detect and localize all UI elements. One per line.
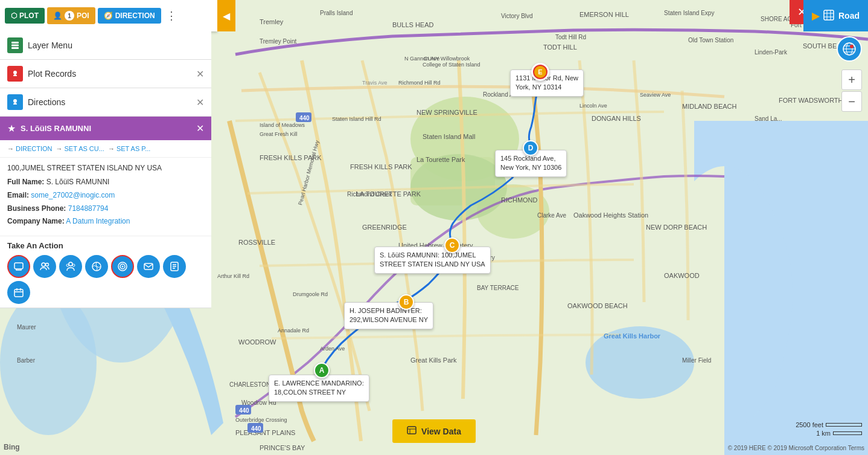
plot-records-header[interactable]: Plot Records ✕ [0,60,211,88]
svg-text:MIDLAND BEACH: MIDLAND BEACH [682,103,737,110]
svg-text:Clarke Ave: Clarke Ave [537,212,567,219]
svg-point-84 [42,263,45,266]
tooltip-a: E. LAWRENCE MANDARINO:18,COLON STREET NY [269,375,369,402]
svg-text:FRESH KILLS PARK: FRESH KILLS PARK [350,163,412,170]
zoom-controls: + − [841,69,862,112]
svg-text:WOODROW: WOODROW [238,338,276,346]
view-data-label: View Data [421,427,461,436]
more-options-button[interactable]: ⋮ [164,7,179,25]
bing-logo: Bing [4,443,20,451]
directions-close-button[interactable]: ✕ [196,97,204,108]
contact-name-header: S. LõülS RAMUNNI [21,124,191,133]
set-as-p-label: SET AS P... [116,145,150,152]
pin-d[interactable]: D [523,140,538,156]
zoom-out-button[interactable]: − [841,91,862,112]
phone-label: Business Phone: [7,204,66,213]
pin-c[interactable]: C [444,237,460,253]
company-label: Company Name: [7,217,65,225]
pin-a[interactable]: A [314,363,330,378]
action-people-button[interactable] [33,255,56,278]
globe-button[interactable] [837,36,862,62]
contact-phone-field: Business Phone: 7184887794 [7,204,204,214]
pin-c-label: C [444,237,460,253]
email-link[interactable]: some_27002@inogic.com [31,191,115,199]
plot-records-icon [7,66,23,82]
layer-menu-header[interactable]: Layer Menu [0,31,211,59]
layer-menu-icon [7,37,23,53]
poi-icon: 👤 [53,11,62,20]
phone-link[interactable]: 7184887794 [68,204,109,213]
action-calendar-button[interactable] [7,281,30,304]
set-as-cu-arrow: → [56,145,63,152]
road-button[interactable]: ▶ Road [803,0,868,31]
svg-text:Tremley: Tremley [260,18,284,25]
svg-text:Outerbridge Crossing: Outerbridge Crossing [235,417,287,423]
contact-body: 100,JUMEL STREET STATEN ISLAND NY USA Fu… [0,158,211,236]
svg-point-2 [0,290,97,435]
pin-b[interactable]: B [398,294,414,310]
direction-action-link[interactable]: → DIRECTION [7,145,53,152]
contact-close-button[interactable]: ✕ [196,123,204,134]
tooltip-b: H. JOSEPH BADINTER:292,WILSON AVENUE NY [344,302,433,329]
plot-button[interactable]: ⬡ PLOT [5,8,45,24]
sidebar: Layer Menu Plot Records ✕ Directions ✕ ★… [0,31,211,308]
action-notes-button[interactable] [163,255,186,278]
directions-icon [7,94,23,110]
collapse-sidebar-button[interactable]: ◀ [217,0,235,31]
pin-a-label: A [314,363,330,378]
poi-count: 1 [65,11,74,21]
fullname-value: S. LõülS RAMUNNI [46,178,110,186]
svg-text:Annadale Rd: Annadale Rd [278,328,309,334]
action-cluster-button[interactable] [85,255,108,278]
direction-action-arrow: → [7,145,14,152]
svg-text:Linden-Park: Linden-Park [755,49,788,56]
contact-header: ★ S. LõülS RAMUNNI ✕ [0,117,211,140]
pin-b-label: B [398,294,414,310]
svg-text:Oakwood Heights Station: Oakwood Heights Station [573,211,648,219]
zoom-in-button[interactable]: + [841,69,862,90]
contact-company-field: Company Name: A Datum Integration [7,216,204,227]
svg-point-86 [69,262,72,266]
svg-text:RICHMOND: RICHMOND [501,196,538,204]
svg-text:CUNY Willowbrook: CUNY Willowbrook [424,56,470,62]
action-team-button[interactable] [59,255,82,278]
svg-text:Great Fresh Kill: Great Fresh Kill [260,131,298,137]
svg-point-85 [46,263,49,266]
svg-text:Sand La...: Sand La... [755,115,782,122]
tooltip-c: S. LõülS RAMUNNI: 100,JUMELSTREET STATEN… [374,247,491,274]
poi-button[interactable]: 👤 1 POI [47,7,95,24]
contact-email-field: Email: some_27002@inogic.com [7,190,204,201]
pin-e[interactable]: E [531,63,549,81]
svg-text:PRINCE'S BAY: PRINCE'S BAY [260,444,305,451]
action-target-button[interactable] [111,255,134,278]
email-label: Email: [7,191,29,199]
direction-button[interactable]: 🧭 DIRECTION [98,8,161,24]
pin-d-label: D [523,140,538,156]
set-as-cu-link[interactable]: → SET AS CU... [56,145,104,152]
set-as-cu-label: SET AS CU... [65,145,104,152]
svg-point-112 [850,45,854,48]
svg-text:Staten Island Mall: Staten Island Mall [423,133,475,140]
plot-records-close-button[interactable]: ✕ [196,68,204,80]
direction-label: DIRECTION [115,11,155,20]
view-data-icon [407,425,416,437]
plot-records-label: Plot Records [28,69,191,79]
road-arrow-icon: ▶ [812,10,819,22]
scale-bar: 2500 feet 1 km [796,421,862,437]
svg-point-81 [13,71,17,74]
svg-text:PLEASANT PLAINS: PLEASANT PLAINS [235,429,295,436]
action-buttons [7,255,204,304]
set-as-p-link[interactable]: → SET AS P... [108,145,150,152]
svg-text:FORT WADSWORTH: FORT WADSWORTH [779,97,843,104]
company-link[interactable]: A Datum Integration [66,217,130,225]
svg-text:BAY TERRACE: BAY TERRACE [477,285,519,291]
svg-rect-102 [824,10,834,20]
view-data-button[interactable]: View Data [392,419,476,443]
action-email-button[interactable] [137,255,160,278]
directions-header[interactable]: Directions ✕ [0,88,211,116]
action-account-button[interactable] [7,255,30,278]
svg-rect-78 [11,42,19,44]
scale-segment-ft [826,423,862,427]
svg-text:Island of Meadows: Island of Meadows [260,122,305,128]
svg-text:Tremley Point: Tremley Point [260,38,297,45]
